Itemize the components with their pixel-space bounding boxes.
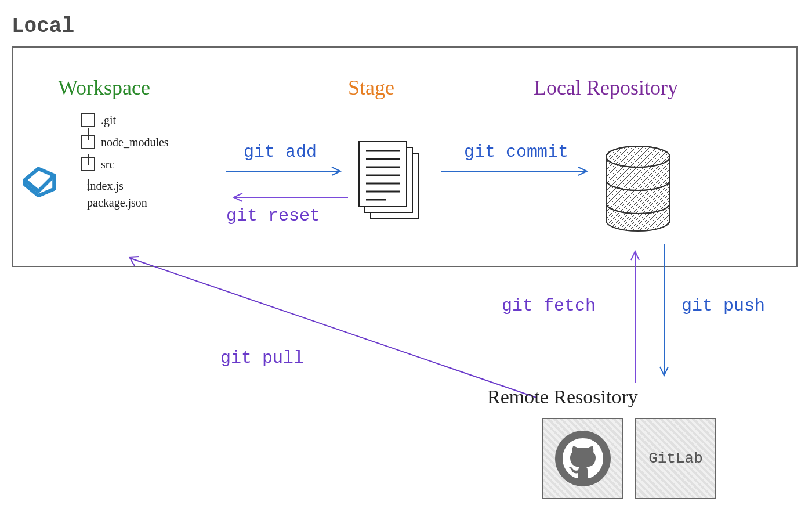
arrow-git-reset — [226, 192, 348, 203]
cmd-git-fetch: git fetch — [502, 296, 596, 316]
gitlab-service-box: GitLab — [635, 418, 716, 499]
local-section-label: Local — [12, 15, 74, 38]
cmd-git-commit: git commit — [464, 142, 568, 162]
folder-node-modules: node_modules — [81, 135, 169, 149]
remote-repo-title: Remote Resository — [487, 386, 638, 408]
arrow-git-push — [658, 244, 670, 383]
workspace-title: Workspace — [58, 75, 150, 100]
github-icon — [554, 430, 612, 488]
folder-src-label: src — [101, 158, 114, 171]
file-index: index.js — [87, 179, 169, 193]
arrow-git-commit — [441, 165, 594, 177]
folder-git: .git — [81, 113, 169, 127]
cmd-git-reset: git reset — [226, 206, 320, 226]
file-tree: .git node_modules src index.js package.j… — [81, 113, 169, 213]
stage-title: Stage — [348, 75, 394, 100]
cmd-git-add: git add — [244, 142, 317, 162]
arrow-git-pull — [122, 250, 539, 400]
file-package: package.json — [87, 196, 169, 210]
cmd-git-pull: git pull — [220, 348, 304, 368]
svg-line-21 — [130, 258, 536, 398]
stage-documents-icon — [357, 139, 420, 223]
database-icon — [603, 145, 673, 234]
folder-src: src — [81, 157, 169, 171]
vscode-icon — [20, 163, 61, 200]
folder-node-modules-label: node_modules — [101, 136, 169, 149]
arrow-git-add — [226, 165, 348, 177]
arrow-git-fetch — [629, 244, 641, 383]
folder-git-label: .git — [101, 114, 116, 127]
file-index-label: index.js — [87, 179, 124, 193]
local-repo-title: Local Repository — [534, 75, 678, 100]
gitlab-label: GitLab — [648, 450, 703, 467]
github-service-box — [542, 418, 624, 499]
cmd-git-push: git push — [682, 296, 765, 316]
file-package-label: package.json — [87, 196, 147, 210]
